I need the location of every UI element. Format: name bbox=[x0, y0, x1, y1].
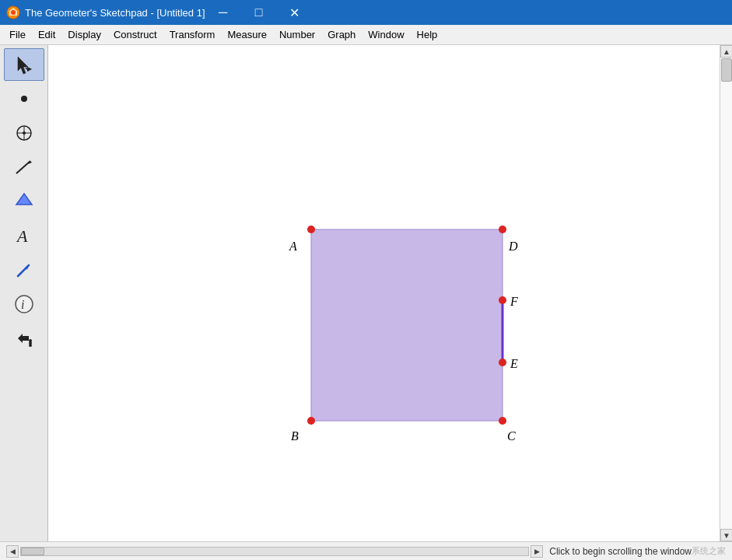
canvas-svg: A B C D F E bbox=[48, 45, 720, 541]
point-F[interactable] bbox=[499, 296, 506, 304]
window-controls: ─ □ ✕ bbox=[205, 0, 313, 25]
point-C[interactable] bbox=[499, 417, 506, 425]
hscroll-thumb[interactable] bbox=[21, 548, 44, 555]
svg-marker-18 bbox=[18, 334, 29, 343]
svg-point-1 bbox=[11, 10, 16, 15]
point-B[interactable] bbox=[307, 417, 315, 425]
svg-line-10 bbox=[16, 161, 30, 173]
titlebar: The Geometer's Sketchpad - [Untitled 1] … bbox=[0, 0, 732, 25]
select-tool[interactable]: ▶ bbox=[4, 48, 44, 81]
custom-tool[interactable] bbox=[4, 322, 44, 355]
point-A[interactable] bbox=[307, 226, 315, 233]
watermark: 系统之家 bbox=[692, 545, 726, 557]
statusbar: ◀ ▶ Click to begin scrolling the window … bbox=[0, 541, 732, 560]
point-E[interactable] bbox=[499, 359, 506, 366]
horizontal-scrollbar[interactable] bbox=[20, 547, 529, 556]
vertical-scrollbar[interactable]: ▲ ▼ bbox=[720, 45, 732, 541]
scroll-down-button[interactable]: ▼ bbox=[720, 529, 732, 541]
menu-graph[interactable]: Graph bbox=[321, 26, 362, 43]
label-D: D bbox=[508, 240, 518, 253]
menu-help[interactable]: Help bbox=[411, 26, 444, 43]
svg-text:A: A bbox=[16, 226, 28, 246]
menu-file[interactable]: File bbox=[3, 26, 32, 43]
menu-window[interactable]: Window bbox=[362, 26, 410, 43]
toolbar: ▶ bbox=[0, 45, 48, 541]
point-D[interactable] bbox=[499, 226, 506, 233]
svg-text:i: i bbox=[21, 298, 24, 311]
close-button[interactable]: ✕ bbox=[277, 0, 313, 25]
menubar: File Edit Display Construct Transform Me… bbox=[0, 25, 732, 45]
scroll-thumb[interactable] bbox=[721, 58, 732, 82]
svg-point-9 bbox=[23, 131, 26, 135]
line-tool[interactable] bbox=[4, 151, 44, 184]
label-A: A bbox=[289, 240, 297, 253]
svg-marker-12 bbox=[16, 194, 32, 205]
hscroll-right-button[interactable]: ▶ bbox=[531, 545, 543, 558]
label-C: C bbox=[507, 429, 516, 443]
maximize-button[interactable]: □ bbox=[241, 0, 277, 25]
menu-number[interactable]: Number bbox=[273, 26, 321, 43]
app-icon bbox=[6, 5, 20, 19]
menu-construct[interactable]: Construct bbox=[107, 26, 163, 43]
menu-edit[interactable]: Edit bbox=[32, 26, 61, 43]
main-area: ▶ bbox=[0, 45, 732, 541]
pen-tool[interactable] bbox=[4, 254, 44, 286]
label-E: E bbox=[510, 357, 518, 370]
compass-tool[interactable] bbox=[4, 117, 44, 149]
hscroll-left-button[interactable]: ◀ bbox=[6, 545, 19, 558]
window-title: The Geometer's Sketchpad - [Untitled 1] bbox=[25, 7, 205, 19]
scroll-up-button[interactable]: ▲ bbox=[720, 45, 732, 58]
svg-point-5 bbox=[21, 96, 27, 102]
label-B: B bbox=[291, 429, 299, 443]
point-tool[interactable] bbox=[4, 82, 44, 115]
menu-transform[interactable]: Transform bbox=[163, 26, 222, 43]
menu-measure[interactable]: Measure bbox=[221, 26, 273, 43]
svg-text:▶: ▶ bbox=[27, 65, 33, 72]
svg-point-21 bbox=[29, 344, 32, 347]
scroll-track[interactable] bbox=[720, 58, 732, 529]
minimize-button[interactable]: ─ bbox=[205, 0, 241, 25]
canvas-area[interactable]: A B C D F E bbox=[48, 45, 720, 541]
label-F: F bbox=[510, 295, 518, 308]
text-tool[interactable]: A bbox=[4, 219, 44, 252]
info-tool[interactable]: i bbox=[4, 288, 44, 320]
menu-display[interactable]: Display bbox=[61, 26, 107, 43]
square-polygon bbox=[311, 229, 503, 421]
polygon-tool[interactable] bbox=[4, 185, 44, 218]
status-message: Click to begin scrolling the window bbox=[549, 546, 692, 557]
